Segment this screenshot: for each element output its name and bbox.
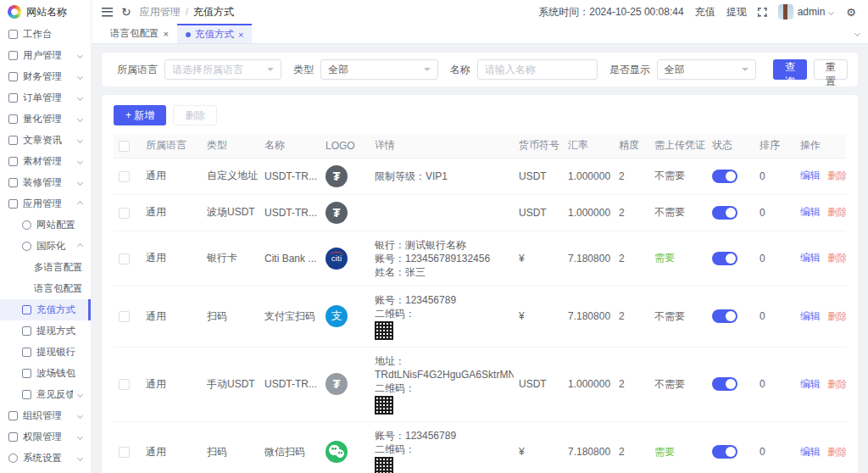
delete-link[interactable]: 删除 <box>827 310 846 322</box>
sidebar-item-decoration[interactable]: 装修管理 <box>0 172 91 193</box>
status-toggle[interactable] <box>712 445 737 459</box>
sidebar-item-label: 财务管理 <box>23 70 73 83</box>
cell-rate: 1.000000 <box>563 194 614 231</box>
sidebar-item-materials[interactable]: 素材管理 <box>0 151 91 172</box>
sidebar-item-withdraw-bank[interactable]: 提现银行 <box>0 342 91 363</box>
edit-link[interactable]: 编辑 <box>800 252 821 264</box>
row-checkbox[interactable] <box>119 311 130 322</box>
detail-line: 账号：123456789 <box>375 293 509 307</box>
voucher-badge: 不需要 <box>654 206 685 218</box>
edit-link[interactable]: 编辑 <box>800 310 821 322</box>
search-button[interactable]: 查询 <box>773 59 807 80</box>
cell-actions: 编辑删除 <box>795 158 846 194</box>
sidebar-item-multi-lang[interactable]: 多语言配置 <box>0 257 91 278</box>
hamburger-icon[interactable] <box>102 8 113 17</box>
row-checkbox-cell <box>114 286 141 347</box>
table-body: 通用自定义地址USDT-TR...₮限制等级：VIP1USDT1.0000002… <box>114 158 846 473</box>
row-checkbox[interactable] <box>119 208 130 219</box>
table-row: 通用银行卡Citi Bank ...citi银行：测试银行名称账号：123456… <box>114 231 846 286</box>
tab-lang-pack[interactable]: 语言包配置× <box>102 24 177 43</box>
withdraw-link[interactable]: 提现 <box>726 5 747 19</box>
sidebar-item-withdraw-method[interactable]: 提现方式 <box>0 320 91 342</box>
user-menu[interactable]: admin <box>778 4 836 19</box>
sidebar-item-workbench[interactable]: 工作台 <box>0 24 91 45</box>
status-toggle[interactable] <box>712 252 737 265</box>
cell-voucher: 不需要 <box>649 194 707 231</box>
table-row: 通用扫码微信扫码账号：123456789二维码：¥7.1808002需要0编辑删… <box>114 421 846 473</box>
status-toggle[interactable] <box>712 206 737 220</box>
article-icon <box>8 136 18 145</box>
filter-language-select[interactable]: 请选择所属语言 <box>164 59 281 80</box>
cell-symbol: ¥ <box>514 421 563 473</box>
cell-name: USDT-TR... <box>259 194 320 231</box>
cell-voucher: 需要 <box>649 231 707 286</box>
sidebar-item-tron-wallet[interactable]: 波场钱包 <box>0 363 91 384</box>
delete-link[interactable]: 删除 <box>827 170 846 181</box>
edit-link[interactable]: 编辑 <box>800 446 821 458</box>
delete-link[interactable]: 删除 <box>827 252 846 264</box>
sidebar-item-quant[interactable]: 量化管理 <box>0 109 91 130</box>
row-checkbox[interactable] <box>119 379 130 390</box>
sidebar-item-finance[interactable]: 财务管理 <box>0 66 91 87</box>
detail-line: 二维码： <box>375 442 509 456</box>
cell-type: 扫码 <box>202 421 259 473</box>
breadcrumb-parent[interactable]: 应用管理 <box>140 5 181 19</box>
sidebar-item-label: 国际化 <box>36 240 73 253</box>
sidebar-item-users[interactable]: 用户管理 <box>0 45 91 66</box>
sidebar-item-label: 用户管理 <box>23 49 73 62</box>
sidebar-item-label: 网站配置 <box>36 219 84 231</box>
filter-show-select[interactable]: 全部 <box>657 59 756 80</box>
tabbar-chevron-down-icon[interactable] <box>854 31 860 36</box>
chevron-down-icon <box>77 455 83 461</box>
sidebar-item-articles[interactable]: 文章资讯 <box>0 130 91 151</box>
cell-language: 通用 <box>141 231 202 286</box>
edit-link[interactable]: 编辑 <box>800 170 821 181</box>
brand-name: 网站名称 <box>26 5 67 19</box>
sidebar-item-organization[interactable]: 组织管理 <box>0 405 91 426</box>
close-icon[interactable]: × <box>164 29 169 39</box>
delete-link[interactable]: 删除 <box>827 378 846 390</box>
sidebar-item-orders[interactable]: 订单管理 <box>0 87 91 109</box>
sidebar-item-feedback[interactable]: 意见反馈 <box>0 384 91 405</box>
sidebar-item-recharge[interactable]: 充值方式 <box>0 299 91 320</box>
add-button[interactable]: + 新增 <box>114 105 166 125</box>
select-all-checkbox[interactable] <box>119 141 130 152</box>
sidebar-item-system[interactable]: 系统设置 <box>0 448 91 469</box>
edit-link[interactable]: 编辑 <box>800 206 821 218</box>
gear-icon[interactable]: ⚙ <box>846 6 856 19</box>
row-checkbox[interactable] <box>119 253 130 264</box>
status-toggle[interactable] <box>712 377 737 391</box>
sidebar-item-i18n[interactable]: 国际化 <box>0 236 91 257</box>
tab-recharge-method[interactable]: 充值方式× <box>177 24 252 43</box>
sidebar-item-lang-pack[interactable]: 语言包配置 <box>0 278 91 299</box>
delete-link[interactable]: 删除 <box>827 446 846 458</box>
filter-type-select[interactable]: 全部 <box>320 59 437 80</box>
sidebar-item-site-config[interactable]: 网站配置 <box>0 214 91 236</box>
globe-icon <box>22 242 31 251</box>
close-icon[interactable]: × <box>238 30 243 40</box>
citi-logo-icon: citi <box>326 248 348 270</box>
filter-name-input[interactable] <box>477 59 598 80</box>
active-dot-icon <box>186 32 191 37</box>
chevron-down-icon <box>77 180 83 186</box>
reset-button[interactable]: 重置 <box>814 59 848 80</box>
sidebar-item-apps[interactable]: 应用管理 <box>0 193 91 214</box>
row-checkbox[interactable] <box>119 447 130 458</box>
status-toggle[interactable] <box>712 309 737 323</box>
sidebar-menu: 工作台用户管理财务管理订单管理量化管理文章资讯素材管理装修管理应用管理网站配置国… <box>0 24 91 469</box>
delete-button[interactable]: 删除 <box>173 105 217 125</box>
delete-link[interactable]: 删除 <box>827 206 846 218</box>
status-toggle[interactable] <box>712 170 737 183</box>
sidebar-item-permissions[interactable]: 权限管理 <box>0 426 91 448</box>
feedback-icon <box>22 390 31 399</box>
recharge-link[interactable]: 充值 <box>695 5 715 19</box>
fullscreen-icon[interactable] <box>758 8 767 17</box>
cell-status <box>707 231 754 286</box>
edit-link[interactable]: 编辑 <box>800 378 821 390</box>
filter-language-placeholder: 请选择所属语言 <box>172 63 262 77</box>
refresh-icon[interactable]: ↻ <box>121 6 131 18</box>
row-checkbox[interactable] <box>119 171 130 182</box>
sidebar-item-label: 工作台 <box>23 28 84 41</box>
detail-line: 限制等级：VIP1 <box>375 170 509 183</box>
cell-status <box>707 286 754 347</box>
